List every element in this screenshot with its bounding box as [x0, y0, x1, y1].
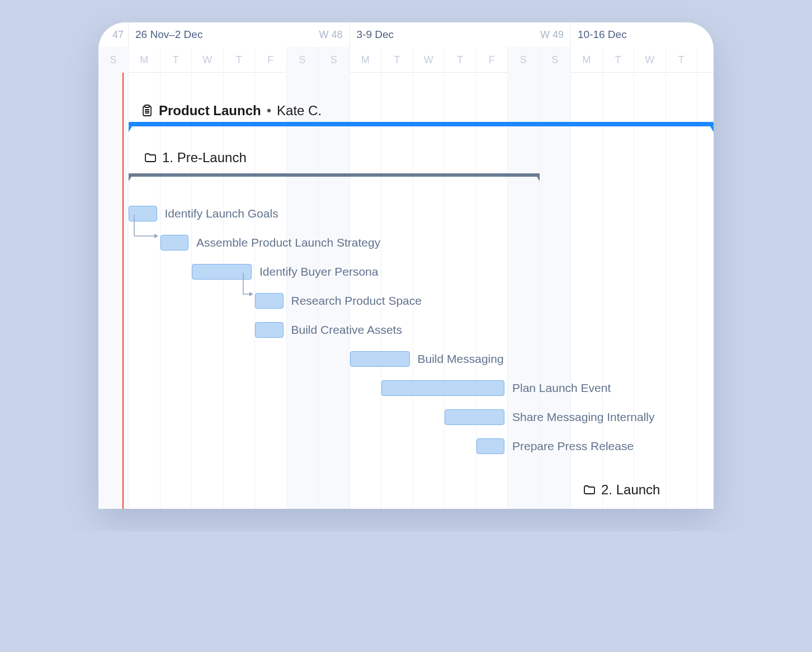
week-cell-50[interactable]: 10-16 Dec — [571, 22, 714, 47]
day-header-cell: T — [224, 47, 256, 73]
day-header-cell: M — [350, 47, 382, 73]
task-label: Prepare Press Release — [512, 440, 634, 453]
task-row: Research Product Space — [98, 286, 714, 315]
prev-week-num: 47 — [112, 29, 124, 41]
day-header-cell: S — [508, 47, 540, 73]
day-header-cell: S — [540, 47, 572, 73]
task-bar[interactable] — [381, 380, 504, 396]
group-span-bar-0[interactable] — [129, 173, 540, 177]
week-range-1: 3-9 Dec — [357, 29, 394, 41]
task-bar[interactable] — [476, 438, 505, 454]
day-header-cell: T — [160, 47, 192, 73]
task-bar[interactable] — [350, 351, 410, 367]
dot-separator: • — [267, 103, 271, 119]
project-bar-row — [98, 122, 714, 132]
week-range-2: 10-16 Dec — [578, 29, 627, 41]
task-bar[interactable] — [255, 322, 284, 338]
day-header-cell: F — [476, 47, 508, 73]
task-label: Build Messaging — [418, 352, 504, 366]
task-label: Identify Buyer Persona — [259, 265, 378, 278]
project-span-bar[interactable] — [129, 122, 714, 126]
task-label: Identify Launch Goals — [165, 207, 278, 220]
day-header-cell: W — [634, 47, 666, 73]
day-header-cell: M — [571, 47, 603, 73]
gantt-rows: Product Launch • Kate C. 1. Pre-Launch — [98, 73, 714, 505]
group-title-1[interactable]: 2. Launch — [583, 482, 660, 498]
week-num-1: W 49 — [540, 29, 564, 41]
task-label: Plan Launch Event — [512, 381, 611, 395]
svg-rect-1 — [145, 105, 149, 107]
task-row: Build Messaging — [98, 344, 714, 374]
group-bar-row-0 — [98, 173, 714, 183]
group-row-0: 1. Pre-Launch — [98, 142, 714, 173]
dependency-arrow-1 — [242, 273, 259, 303]
dependency-arrow-0 — [133, 215, 164, 245]
week-cell-48[interactable]: 26 Nov–2 Dec W 48 — [129, 22, 350, 47]
gantt-body[interactable]: Product Launch • Kate C. 1. Pre-Launch — [98, 73, 714, 509]
project-name: Product Launch — [159, 103, 261, 119]
prev-week-cell[interactable]: 47 — [98, 22, 129, 47]
task-row: Assemble Product Launch Strategy — [98, 228, 714, 257]
gantt-window: 47 26 Nov–2 Dec W 48 3-9 Dec W 49 10-16 … — [98, 22, 714, 509]
day-header-cell: T — [381, 47, 413, 73]
task-row: Identify Buyer Persona — [98, 257, 714, 286]
project-title[interactable]: Product Launch • Kate C. — [141, 103, 322, 119]
day-header-cell: S — [318, 47, 350, 73]
task-label: Build Creative Assets — [291, 323, 402, 337]
day-header-cell: W — [192, 47, 224, 73]
task-label: Assemble Product Launch Strategy — [196, 236, 380, 249]
task-row: Identify Launch Goals — [98, 199, 714, 228]
project-title-row: Product Launch • Kate C. — [98, 100, 714, 122]
group-label-0: 1. Pre-Launch — [162, 150, 247, 166]
timeline-header: 47 26 Nov–2 Dec W 48 3-9 Dec W 49 10-16 … — [98, 22, 714, 73]
task-bar[interactable] — [445, 409, 504, 425]
task-label: Share Messaging Internally — [512, 410, 654, 424]
clipboard-icon — [141, 105, 153, 117]
group-label-1: 2. Launch — [601, 482, 660, 498]
task-row: Prepare Press Release — [98, 432, 714, 461]
day-header-cell: F — [255, 47, 287, 73]
folder-icon — [144, 152, 157, 164]
week-range-0: 26 Nov–2 Dec — [135, 29, 202, 41]
day-header-cell: T — [666, 47, 698, 73]
day-header-cell: W — [413, 47, 445, 73]
task-row: Plan Launch Event — [98, 374, 714, 403]
week-num-0: W 48 — [319, 29, 342, 41]
day-header-cell: T — [445, 47, 476, 73]
day-header-cell: S — [98, 47, 129, 73]
task-row: Share Messaging Internally — [98, 403, 714, 432]
week-row: 47 26 Nov–2 Dec W 48 3-9 Dec W 49 10-16 … — [98, 22, 714, 47]
week-cell-49[interactable]: 3-9 Dec W 49 — [350, 22, 572, 47]
project-owner: Kate C. — [277, 103, 322, 119]
group-row-1: 2. Launch — [98, 474, 714, 505]
day-row: SMTWTFSSMTWTFSSMTWT — [98, 47, 714, 73]
day-header-cell: M — [129, 47, 160, 73]
folder-icon — [583, 484, 596, 496]
task-label: Research Product Space — [291, 294, 422, 308]
group-title-0[interactable]: 1. Pre-Launch — [144, 150, 247, 166]
day-header-cell: S — [287, 47, 319, 73]
day-header-cell: T — [603, 47, 635, 73]
task-row: Build Creative Assets — [98, 315, 714, 344]
